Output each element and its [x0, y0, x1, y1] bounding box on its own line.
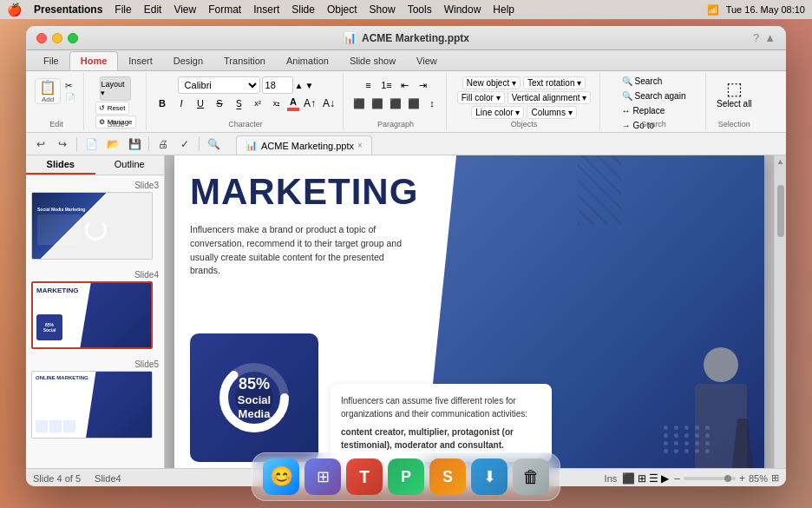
dock-todo[interactable]: P — [388, 459, 424, 495]
dock-trash[interactable]: 🗑 — [513, 459, 549, 495]
select-all-label[interactable]: Select all — [717, 99, 752, 109]
right-scrollbar[interactable]: ▲ ▼ — [774, 155, 786, 468]
redo-button[interactable]: ↪ — [53, 135, 72, 153]
vertical-alignment-button[interactable]: Vertical alignment ▾ — [508, 91, 592, 104]
menu-slide[interactable]: Slide — [291, 3, 315, 16]
outdent-button[interactable]: ⇤ — [396, 76, 414, 94]
strikethrough-button[interactable]: S — [211, 95, 228, 112]
list-bullet-button[interactable]: ≡ — [360, 76, 377, 94]
search-button[interactable]: 🔍 Search — [618, 75, 667, 88]
view-outline-button[interactable]: ☰ — [649, 472, 658, 485]
view-slideshow-button[interactable]: ▶ — [661, 472, 669, 485]
copy-button[interactable]: 📄 — [62, 92, 78, 103]
decrease-size-button[interactable]: A↓ — [320, 95, 337, 112]
font-size-down[interactable]: ▼ — [305, 81, 314, 90]
list-number-button[interactable]: 1≡ — [378, 76, 396, 94]
minimize-button[interactable] — [52, 33, 62, 43]
doc-tab-close[interactable]: × — [357, 141, 363, 150]
zoom-minus[interactable]: – — [674, 472, 680, 485]
fit-page-button[interactable]: ⊞ — [771, 472, 779, 484]
view-grid-button[interactable]: ⊞ — [638, 472, 646, 485]
search-again-button[interactable]: 🔍 Search again — [618, 89, 691, 102]
underline-button[interactable]: U — [192, 95, 209, 112]
tab-view[interactable]: View — [406, 51, 448, 70]
menu-show[interactable]: Show — [370, 3, 396, 16]
subscript-button[interactable]: x₂ — [268, 95, 285, 112]
slide-layout-button[interactable]: Layout ▾ — [100, 76, 131, 101]
menu-presentations[interactable]: Presentations — [34, 3, 102, 16]
menu-tools[interactable]: Tools — [408, 3, 432, 16]
scroll-up-arrow[interactable]: ▲ — [775, 155, 786, 168]
cut-button[interactable]: ✂ — [62, 80, 78, 91]
line-spacing-button[interactable]: ↕ — [423, 95, 441, 112]
text-rotation-button[interactable]: Text rotation ▾ — [523, 76, 586, 89]
slide-main[interactable]: MARKETING Influencers make a brand or pr… — [165, 155, 774, 468]
superscript-button[interactable]: x² — [249, 95, 266, 112]
doc-tab[interactable]: 📊 ACME Marketing.pptx × — [236, 135, 372, 155]
tab-file[interactable]: File — [33, 51, 69, 70]
dock-word[interactable]: T — [346, 459, 383, 495]
slide-image-5[interactable]: ONLINE MARKETING — [31, 371, 153, 439]
slide-thumb-4[interactable]: Slide4 MARKETING 85%Social — [26, 265, 164, 354]
columns-button[interactable]: Columns ▾ — [527, 106, 576, 119]
font-color-button[interactable]: A — [287, 96, 299, 111]
slide-image-4[interactable]: MARKETING 85%Social — [31, 281, 153, 349]
tab-insert[interactable]: Insert — [118, 51, 163, 70]
tab-slideshow[interactable]: Slide show — [339, 51, 406, 70]
select-all-button[interactable]: ⬚ — [726, 78, 743, 99]
font-name-select[interactable]: Calibri — [178, 76, 260, 94]
new-object-button[interactable]: New object ▾ — [462, 76, 521, 89]
align-right-button[interactable]: ⬛ — [387, 95, 404, 112]
menu-format[interactable]: Format — [208, 3, 241, 16]
collapse-icon[interactable]: ▲ — [764, 31, 776, 44]
replace-button[interactable]: ↔ Replace — [618, 104, 670, 117]
maximize-button[interactable] — [68, 33, 78, 43]
reset-button[interactable]: ↺ Reset — [95, 102, 128, 115]
tab-home[interactable]: Home — [69, 51, 119, 70]
dock-launchpad[interactable]: ⊞ — [304, 459, 341, 495]
spell-check-button[interactable]: ✓ — [175, 135, 194, 153]
paste-button[interactable]: 📋 Add — [35, 78, 61, 104]
tab-design[interactable]: Design — [163, 51, 213, 70]
increase-size-button[interactable]: A↑ — [301, 95, 318, 112]
view-normal-button[interactable]: ⬛ — [622, 472, 635, 485]
zoom-plus[interactable]: + — [739, 472, 745, 485]
slide-thumb-5[interactable]: Slide5 ONLINE MARKETING — [26, 354, 164, 444]
help-icon[interactable]: ? — [753, 31, 759, 44]
italic-button[interactable]: I — [173, 95, 190, 112]
dock-slides[interactable]: S — [429, 459, 466, 495]
menu-view[interactable]: View — [174, 3, 196, 16]
menu-insert[interactable]: Insert — [253, 3, 279, 16]
print-button[interactable]: 🖨 — [154, 135, 173, 153]
tab-slides[interactable]: Slides — [26, 155, 95, 175]
menu-help[interactable]: Help — [493, 3, 514, 16]
bold-button[interactable]: B — [154, 95, 171, 112]
shadow-button[interactable]: S̲ — [230, 95, 247, 112]
menu-file[interactable]: File — [115, 3, 131, 16]
menu-edit[interactable]: Edit — [144, 3, 162, 16]
donut-background: 85% Social Media — [190, 333, 318, 462]
fill-color-button[interactable]: Fill color ▾ — [457, 91, 505, 104]
close-button[interactable] — [36, 33, 47, 43]
indent-button[interactable]: ⇥ — [415, 76, 432, 94]
align-justify-button[interactable]: ⬛ — [405, 95, 422, 112]
dock-finder[interactable]: 😊 — [263, 459, 299, 495]
align-left-button[interactable]: ⬛ — [350, 95, 368, 112]
apple-menu[interactable]: 🍎 — [7, 3, 22, 16]
line-color-button[interactable]: Line color ▾ — [471, 106, 524, 119]
undo-button[interactable]: ↩ — [31, 135, 50, 153]
font-size-up[interactable]: ▲ — [295, 81, 304, 90]
zoom-button[interactable]: 🔍 — [204, 135, 223, 153]
align-center-button[interactable]: ⬛ — [369, 95, 386, 112]
zoom-slider[interactable] — [684, 477, 736, 480]
font-size-input[interactable] — [262, 76, 293, 94]
tab-animation[interactable]: Animation — [276, 51, 339, 70]
dock-store[interactable]: ⬇ — [471, 459, 508, 495]
tab-outline[interactable]: Outline — [95, 155, 165, 175]
slide-image-3[interactable]: Social Media Marketing — [31, 192, 153, 260]
menu-object[interactable]: Object — [327, 3, 357, 16]
tab-transition[interactable]: Transition — [213, 51, 276, 70]
slide-thumb-3[interactable]: Slide3 Social Media Marketing — [26, 175, 164, 265]
scroll-thumb[interactable] — [777, 185, 784, 237]
menu-window[interactable]: Window — [444, 3, 481, 16]
